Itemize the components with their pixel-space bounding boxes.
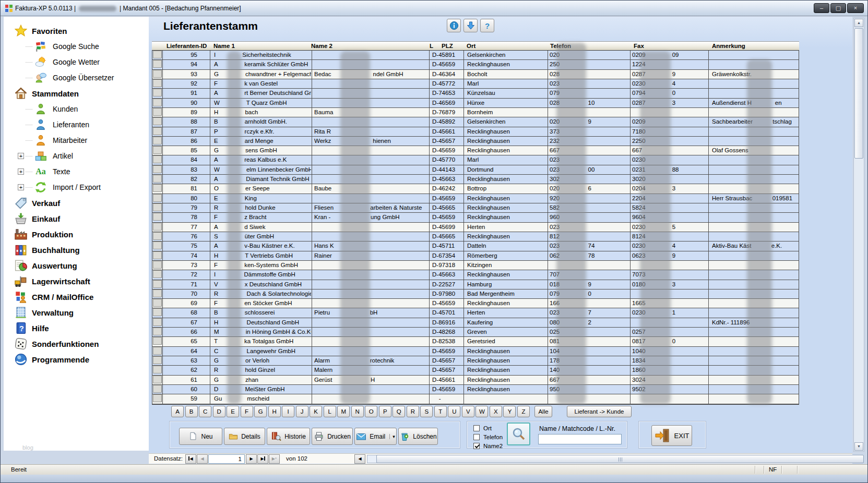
l-schen-button[interactable]: Löschen — [398, 428, 438, 445]
sidebar-item-mitarbeiter[interactable]: Mitarbeiter — [4, 132, 149, 148]
col-plz[interactable]: PLZ — [442, 42, 453, 51]
row-selector[interactable] — [153, 280, 162, 288]
historie-button[interactable]: Historie — [267, 428, 310, 445]
row-selector[interactable] — [153, 242, 162, 249]
col-ort[interactable]: Ort — [467, 42, 475, 51]
email-dropdown-arrow-icon[interactable]: ▾ — [389, 434, 395, 439]
sidebar-item-crm-mailoffice[interactable]: CRM / MailOffice — [4, 289, 149, 305]
alpha-button-T[interactable]: T — [434, 406, 447, 417]
alpha-button-O[interactable]: O — [365, 406, 377, 417]
sidebar-item-buchhaltung[interactable]: Buchhaltung — [4, 242, 149, 258]
sidebar-item-kunden[interactable]: Kunden — [4, 101, 149, 117]
table-row[interactable]: 78F z BrachtKran - ung GmbHD-45659Reckli… — [152, 213, 799, 222]
sidebar-item-hilfe[interactable]: ?Hilfe — [4, 320, 149, 336]
record-number-input[interactable] — [208, 454, 245, 464]
table-row[interactable]: 92F k van GestelD-45772Marl0230230 4 — [152, 79, 799, 89]
scroll-down-button[interactable]: ▼ — [854, 442, 863, 451]
row-selector[interactable] — [153, 385, 162, 393]
sidebar-item-auswertung[interactable]: Auswertung — [4, 258, 149, 273]
table-row[interactable]: 60D MeiSter GmbHD-45659Recklinghausen950… — [152, 385, 799, 394]
alpha-button-J[interactable]: J — [296, 406, 308, 417]
col-l[interactable]: L — [430, 42, 433, 51]
alpha-button-E[interactable]: E — [227, 406, 239, 417]
row-selector[interactable] — [153, 127, 162, 135]
row-selector[interactable] — [153, 270, 162, 278]
row-selector[interactable] — [153, 213, 162, 221]
alpha-button-N[interactable]: N — [351, 406, 364, 417]
table-row[interactable]: 83W elm Linnenbecker GmbH & CoD-44143Dor… — [152, 165, 799, 175]
sidebar-item-verkauf[interactable]: Verkauf — [4, 195, 149, 211]
sidebar-item-programmende[interactable]: Programmende — [4, 352, 149, 367]
minimize-button[interactable]: – — [814, 3, 829, 13]
table-row[interactable]: 85G sens GmbHD-45659Recklinghausen667667… — [152, 146, 799, 155]
row-selector[interactable] — [153, 155, 162, 163]
alpha-button-B[interactable]: B — [185, 406, 198, 417]
row-selector[interactable] — [153, 289, 162, 297]
checkbox-telefon[interactable] — [473, 434, 480, 440]
row-selector[interactable] — [153, 89, 162, 96]
row-selector[interactable] — [153, 70, 162, 78]
alpha-button-P[interactable]: P — [379, 406, 391, 417]
row-selector[interactable] — [153, 203, 162, 211]
row-selector[interactable] — [153, 299, 162, 307]
search-button[interactable] — [507, 422, 530, 445]
row-selector[interactable] — [153, 99, 162, 106]
hscroll-left-button[interactable]: ◀ — [354, 454, 365, 464]
table-row[interactable]: 68B schlossereiPietru bHD-45701Herten023… — [152, 308, 799, 318]
expand-plus-icon[interactable]: + — [18, 168, 24, 175]
title-bar[interactable]: Faktura-XP 5.0.0113 || Mandant 005 - [Be… — [1, 1, 868, 16]
table-row[interactable]: 72I Dämmstoffe GmbHD-45663Recklinghausen… — [152, 270, 799, 280]
row-selector[interactable] — [153, 137, 162, 144]
search-scope-telefon[interactable]: Telefon — [473, 433, 503, 441]
row-selector[interactable] — [153, 60, 162, 68]
vertical-scrollbar[interactable]: ▲ ▼ — [853, 18, 864, 452]
table-row[interactable]: 75A v-Bau Kästner e.K.Hans KD-45711Datte… — [152, 242, 799, 251]
table-row[interactable]: 64C Langewehr GmbHD-45659Recklinghausen1… — [152, 347, 799, 356]
table-row[interactable]: 91A rt Berner Deutschland GmbHD-74653Kün… — [152, 89, 799, 98]
alpha-button-A[interactable]: A — [171, 406, 184, 417]
table-row[interactable]: 69F en Stöcker GmbHD-45659Recklinghausen… — [152, 299, 799, 308]
details-button[interactable]: Details — [224, 428, 265, 445]
drucken-button[interactable]: Drucken — [312, 428, 353, 445]
col-name2[interactable]: Name 2 — [311, 42, 332, 51]
alpha-button-C[interactable]: C — [199, 406, 211, 417]
row-selector[interactable] — [153, 194, 162, 202]
sidebar-item-texte[interactable]: +AaTexte — [4, 164, 149, 179]
table-row[interactable]: 88B arnholdt GmbH.D-45892Gelsenkirchen02… — [152, 117, 799, 127]
sidebar-item-lieferanten[interactable]: Lieferanten — [4, 117, 149, 132]
sidebar-item-verwaltung[interactable]: Verwaltung — [4, 305, 149, 320]
row-selector[interactable] — [153, 223, 162, 231]
download-button[interactable] — [463, 19, 478, 32]
new-record-button[interactable]: ▶* — [269, 454, 280, 464]
alpha-button-Q[interactable]: Q — [393, 406, 405, 417]
expand-plus-icon[interactable]: + — [18, 184, 24, 190]
alpha-button-I[interactable]: I — [282, 406, 294, 417]
row-selector[interactable] — [153, 108, 162, 116]
alpha-button-alle[interactable]: Alle — [534, 406, 552, 417]
table-row[interactable]: 61G zhanGerüst HD-45661Recklinghausen667… — [152, 376, 799, 385]
table-row[interactable]: 93G chwandtner + FelgemacherBedac ndel G… — [152, 70, 799, 79]
alpha-button-M[interactable]: M — [337, 406, 350, 417]
checkbox-name2[interactable] — [473, 443, 480, 449]
alpha-button-D[interactable]: D — [213, 406, 225, 417]
alpha-button-G[interactable]: G — [254, 406, 267, 417]
col-fax[interactable]: Fax — [634, 42, 644, 51]
table-row[interactable]: 89H bachBaumaD-76879Bornheim — [152, 108, 799, 117]
sidebar-item-import-export[interactable]: +Import / Export — [4, 179, 149, 195]
sidebar-item-stammdaten[interactable]: Stammdaten — [4, 86, 149, 101]
row-selector[interactable] — [153, 394, 162, 402]
vertical-scrollbar-thumb[interactable] — [854, 28, 863, 159]
alpha-button-S[interactable]: S — [420, 406, 433, 417]
table-row[interactable]: 79R hold DunkeFliesen arbeiten & Naturst… — [152, 203, 799, 213]
sidebar-item-google-bersetzer[interactable]: Google Übersetzer — [4, 70, 149, 86]
row-selector[interactable] — [153, 79, 162, 87]
row-selector[interactable] — [153, 366, 162, 373]
alpha-button-Z[interactable]: Z — [517, 406, 530, 417]
sidebar-item-einkauf[interactable]: Einkauf — [4, 211, 149, 226]
row-selector[interactable] — [153, 175, 162, 183]
info-button[interactable] — [447, 19, 461, 32]
maximize-button[interactable]: ▢ — [830, 3, 846, 13]
sidebar-item-google-suche[interactable]: Google Suche — [4, 39, 149, 54]
table-row[interactable]: 65T ka Totalgas GmbHD-82538Geretsried081… — [152, 337, 799, 346]
row-selector[interactable] — [153, 51, 162, 58]
